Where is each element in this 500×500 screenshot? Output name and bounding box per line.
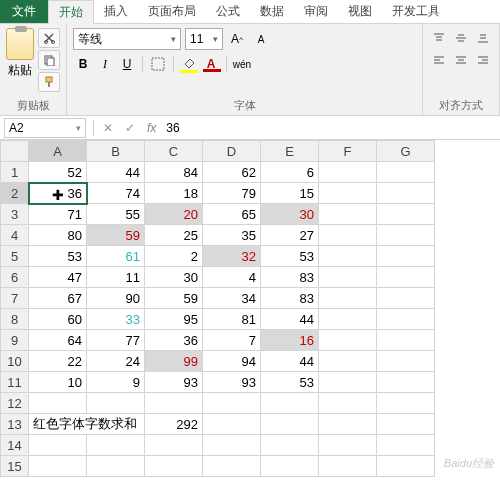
row-header[interactable]: 10: [1, 351, 29, 372]
cell[interactable]: 35: [203, 225, 261, 246]
align-center-button[interactable]: [451, 50, 471, 70]
name-box[interactable]: A2 ▾: [4, 118, 86, 138]
cell[interactable]: 16: [261, 330, 319, 351]
cell[interactable]: 44: [261, 351, 319, 372]
cell[interactable]: 7: [203, 330, 261, 351]
cell[interactable]: 292: [145, 414, 203, 435]
cell[interactable]: [261, 414, 319, 435]
cell[interactable]: [319, 204, 377, 225]
cell[interactable]: [319, 162, 377, 183]
cell[interactable]: [319, 309, 377, 330]
row-header[interactable]: 12: [1, 393, 29, 414]
cell[interactable]: [29, 435, 87, 456]
cell[interactable]: 20: [145, 204, 203, 225]
font-size-combo[interactable]: 11 ▾: [185, 28, 223, 50]
cell[interactable]: [377, 288, 435, 309]
cell[interactable]: [377, 162, 435, 183]
column-header[interactable]: G: [377, 141, 435, 162]
phonetic-button[interactable]: wén: [232, 54, 252, 74]
cell[interactable]: [377, 435, 435, 456]
cell[interactable]: 79: [203, 183, 261, 204]
cell[interactable]: 64: [29, 330, 87, 351]
cell[interactable]: [377, 456, 435, 477]
select-all[interactable]: [1, 141, 29, 162]
align-left-button[interactable]: [429, 50, 449, 70]
cell[interactable]: [377, 372, 435, 393]
row-header[interactable]: 3: [1, 204, 29, 225]
tab-file[interactable]: 文件: [0, 0, 48, 23]
cell[interactable]: 18: [145, 183, 203, 204]
cell[interactable]: [261, 456, 319, 477]
decrease-font-button[interactable]: A: [251, 29, 271, 49]
cell[interactable]: [145, 435, 203, 456]
cell[interactable]: [87, 393, 145, 414]
tab-formulas[interactable]: 公式: [206, 0, 250, 23]
cell[interactable]: [319, 351, 377, 372]
align-right-button[interactable]: [473, 50, 493, 70]
cell[interactable]: [319, 288, 377, 309]
cell[interactable]: [29, 393, 87, 414]
cell[interactable]: 30: [145, 267, 203, 288]
cell[interactable]: 95: [145, 309, 203, 330]
cell[interactable]: 30: [261, 204, 319, 225]
cell[interactable]: 74: [87, 183, 145, 204]
cell[interactable]: 36: [145, 330, 203, 351]
cell[interactable]: 65: [203, 204, 261, 225]
cell[interactable]: 22: [29, 351, 87, 372]
cell[interactable]: 9: [87, 372, 145, 393]
cell[interactable]: 93: [203, 372, 261, 393]
cell[interactable]: [319, 393, 377, 414]
cell[interactable]: 25: [145, 225, 203, 246]
cell[interactable]: 99: [145, 351, 203, 372]
cell[interactable]: [319, 225, 377, 246]
row-header[interactable]: 11: [1, 372, 29, 393]
cell[interactable]: 33: [87, 309, 145, 330]
cell[interactable]: 83: [261, 288, 319, 309]
tab-review[interactable]: 审阅: [294, 0, 338, 23]
worksheet[interactable]: ABCDEFG1524484626236✚7418791537155206530…: [0, 140, 500, 477]
align-top-button[interactable]: [429, 28, 449, 48]
cell[interactable]: 4: [203, 267, 261, 288]
cell[interactable]: [261, 435, 319, 456]
cell[interactable]: 53: [29, 246, 87, 267]
cell[interactable]: [377, 246, 435, 267]
cell[interactable]: [377, 351, 435, 372]
cell[interactable]: 84: [145, 162, 203, 183]
tab-home[interactable]: 开始: [48, 0, 94, 24]
cell[interactable]: [203, 435, 261, 456]
cell[interactable]: 53: [261, 246, 319, 267]
cell[interactable]: [377, 414, 435, 435]
cell[interactable]: [377, 330, 435, 351]
cell[interactable]: [377, 225, 435, 246]
tab-view[interactable]: 视图: [338, 0, 382, 23]
format-painter-button[interactable]: [38, 72, 60, 92]
cell[interactable]: 80: [29, 225, 87, 246]
cell[interactable]: 59: [87, 225, 145, 246]
cell[interactable]: [377, 267, 435, 288]
cell[interactable]: 59: [145, 288, 203, 309]
cell[interactable]: 61: [87, 246, 145, 267]
cell[interactable]: 32: [203, 246, 261, 267]
cell[interactable]: [29, 456, 87, 477]
tab-page-layout[interactable]: 页面布局: [138, 0, 206, 23]
cell[interactable]: [203, 393, 261, 414]
paste-button[interactable]: 粘贴: [6, 28, 34, 96]
row-header[interactable]: 4: [1, 225, 29, 246]
cell[interactable]: 90: [87, 288, 145, 309]
column-header[interactable]: C: [145, 141, 203, 162]
cell[interactable]: 34: [203, 288, 261, 309]
tab-data[interactable]: 数据: [250, 0, 294, 23]
cell[interactable]: 81: [203, 309, 261, 330]
cell[interactable]: 47: [29, 267, 87, 288]
tab-insert[interactable]: 插入: [94, 0, 138, 23]
column-header[interactable]: D: [203, 141, 261, 162]
row-header[interactable]: 13: [1, 414, 29, 435]
row-header[interactable]: 7: [1, 288, 29, 309]
cell[interactable]: 62: [203, 162, 261, 183]
cell[interactable]: [377, 309, 435, 330]
cell[interactable]: 27: [261, 225, 319, 246]
row-header[interactable]: 8: [1, 309, 29, 330]
increase-font-button[interactable]: A^: [227, 29, 247, 49]
align-middle-button[interactable]: [451, 28, 471, 48]
font-name-combo[interactable]: 等线 ▾: [73, 28, 181, 50]
